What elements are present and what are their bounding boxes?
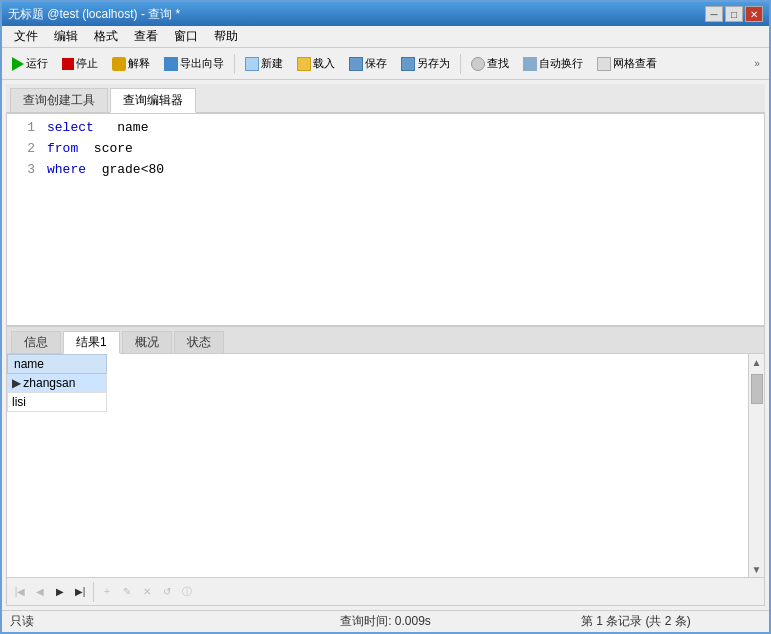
- code-text-2: from score: [47, 139, 133, 160]
- minimize-button[interactable]: ─: [705, 6, 723, 22]
- results-tab-status[interactable]: 状态: [174, 331, 224, 353]
- editor-tabs-bar: 查询创建工具 查询编辑器: [6, 84, 765, 113]
- nav-next-button[interactable]: ▶: [51, 583, 69, 601]
- explain-button[interactable]: 解释: [106, 51, 156, 77]
- save-as-button[interactable]: 另存为: [395, 51, 456, 77]
- results-panel: 信息 结果1 概况 状态 name: [6, 326, 765, 606]
- menu-edit[interactable]: 编辑: [46, 26, 86, 47]
- close-button[interactable]: ✕: [745, 6, 763, 22]
- grid-view-button[interactable]: 网格查看: [591, 51, 663, 77]
- nav-delete-button[interactable]: ✕: [138, 583, 156, 601]
- code-line-3: 3 where grade<80: [7, 160, 764, 181]
- find-icon: [471, 57, 485, 71]
- menu-file[interactable]: 文件: [6, 26, 46, 47]
- row-indicator: ▶: [12, 376, 20, 390]
- auto-wrap-button[interactable]: 自动换行: [517, 51, 589, 77]
- nav-edit-button[interactable]: ✎: [118, 583, 136, 601]
- load-button[interactable]: 载入: [291, 51, 341, 77]
- window-controls: ─ □ ✕: [705, 6, 763, 22]
- save-icon: [349, 57, 363, 71]
- table-row[interactable]: lisi: [8, 393, 107, 412]
- status-query-time: 查询时间: 0.009s: [260, 613, 510, 630]
- tab-query-builder[interactable]: 查询创建工具: [10, 88, 108, 112]
- results-tab-overview[interactable]: 概况: [122, 331, 172, 353]
- toolbar: 运行 停止 解释 导出向导 新建 载入 保存 另存为: [2, 48, 769, 80]
- find-button[interactable]: 查找: [465, 51, 515, 77]
- toolbar-separator-2: [460, 54, 461, 74]
- status-bar: 只读 查询时间: 0.009s 第 1 条记录 (共 2 条): [2, 610, 769, 632]
- code-line-1: 1 select name: [7, 118, 764, 139]
- line-number-2: 2: [11, 139, 35, 160]
- nav-info-button[interactable]: ⓘ: [178, 583, 196, 601]
- stop-icon: [62, 58, 74, 70]
- nav-undo-button[interactable]: ↺: [158, 583, 176, 601]
- nav-prev-button[interactable]: ◀: [31, 583, 49, 601]
- menu-help[interactable]: 帮助: [206, 26, 246, 47]
- menu-view[interactable]: 查看: [126, 26, 166, 47]
- menu-format[interactable]: 格式: [86, 26, 126, 47]
- menu-bar: 文件 编辑 格式 查看 窗口 帮助: [2, 26, 769, 48]
- load-icon: [297, 57, 311, 71]
- code-line-2: 2 from score: [7, 139, 764, 160]
- run-icon: [12, 57, 24, 71]
- line-number-3: 3: [11, 160, 35, 181]
- code-text-3: where grade<80: [47, 160, 164, 181]
- results-table: name ▶ zhangsan: [7, 354, 107, 412]
- nav-last-button[interactable]: ▶|: [71, 583, 89, 601]
- save-as-icon: [401, 57, 415, 71]
- results-table-area[interactable]: name ▶ zhangsan: [7, 354, 748, 577]
- new-button[interactable]: 新建: [239, 51, 289, 77]
- title-bar: 无标题 @test (localhost) - 查询 * ─ □ ✕: [2, 2, 769, 26]
- code-editor[interactable]: 1 select name 2 from score 3 where grade…: [6, 113, 765, 326]
- main-window: 无标题 @test (localhost) - 查询 * ─ □ ✕ 文件 编辑…: [0, 0, 771, 634]
- new-icon: [245, 57, 259, 71]
- window-title: 无标题 @test (localhost) - 查询 *: [8, 6, 180, 23]
- scroll-thumb[interactable]: [751, 374, 763, 404]
- export-icon: [164, 57, 178, 71]
- scroll-up-arrow[interactable]: ▲: [749, 354, 765, 370]
- status-readonly: 只读: [10, 613, 260, 630]
- stop-button[interactable]: 停止: [56, 51, 104, 77]
- main-content: 查询创建工具 查询编辑器 1 select name 2 from score: [2, 80, 769, 610]
- run-button[interactable]: 运行: [6, 51, 54, 77]
- results-tab-info[interactable]: 信息: [11, 331, 61, 353]
- toolbar-expand-button[interactable]: »: [749, 51, 765, 77]
- explain-icon: [112, 57, 126, 71]
- export-button[interactable]: 导出向导: [158, 51, 230, 77]
- save-button[interactable]: 保存: [343, 51, 393, 77]
- nav-first-button[interactable]: |◀: [11, 583, 29, 601]
- tab-query-editor[interactable]: 查询编辑器: [110, 88, 196, 113]
- table-cell: ▶ zhangsan: [8, 374, 107, 393]
- table-row[interactable]: ▶ zhangsan: [8, 374, 107, 393]
- toolbar-separator-1: [234, 54, 235, 74]
- line-number-1: 1: [11, 118, 35, 139]
- results-scrollbar[interactable]: ▲ ▼: [748, 354, 764, 577]
- auto-wrap-icon: [523, 57, 537, 71]
- results-tabs-bar: 信息 结果1 概况 状态: [7, 327, 764, 354]
- code-text-1: select name: [47, 118, 148, 139]
- status-records: 第 1 条记录 (共 2 条): [511, 613, 761, 630]
- grid-icon: [597, 57, 611, 71]
- nav-add-button[interactable]: +: [98, 583, 116, 601]
- nav-separator-1: [93, 582, 94, 602]
- column-header-name: name: [8, 355, 107, 374]
- menu-window[interactable]: 窗口: [166, 26, 206, 47]
- results-tab-result1[interactable]: 结果1: [63, 331, 120, 354]
- results-content: name ▶ zhangsan: [7, 354, 764, 577]
- scroll-down-arrow[interactable]: ▼: [749, 561, 765, 577]
- table-cell: lisi: [8, 393, 107, 412]
- bottom-toolbar: |◀ ◀ ▶ ▶| + ✎ ✕ ↺ ⓘ: [7, 577, 764, 605]
- maximize-button[interactable]: □: [725, 6, 743, 22]
